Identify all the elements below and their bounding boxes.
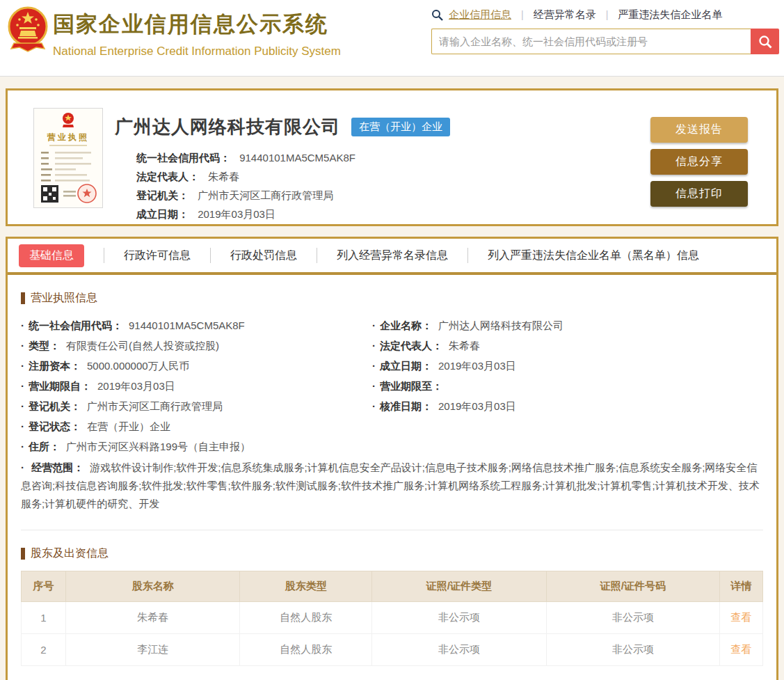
kv-establish-date: 成立日期：2019年03月03日 <box>372 356 763 376</box>
cell-cert-type: 非公示项 <box>372 602 547 634</box>
search-input[interactable] <box>431 29 751 54</box>
view-detail-link[interactable]: 查看 <box>731 611 752 623</box>
search-icon <box>431 9 443 21</box>
company-name: 广州达人网络科技有限公司 <box>115 115 340 139</box>
cell-cert-type: 非公示项 <box>372 634 547 666</box>
column-header-cert-number: 证照/证件号码 <box>546 571 719 602</box>
card-field-registry: 登记机关： 广州市天河区工商行政管理局 <box>136 186 450 205</box>
cell-cert-number: 非公示项 <box>546 634 719 666</box>
tab-separator <box>210 248 211 263</box>
nav-link-serious-violations[interactable]: 严重违法失信企业名单 <box>618 8 722 22</box>
search-bar <box>431 29 779 54</box>
field-label: 成立日期： <box>136 208 189 220</box>
nav-separator: | <box>521 9 524 20</box>
section-title: 股东及出资信息 <box>31 546 109 561</box>
kv-credit-code: 统一社会信用代码：91440101MA5CM5AK8F <box>21 315 372 335</box>
table-header-row: 序号 股东名称 股东类型 证照/证件类型 证照/证件号码 详情 <box>22 571 763 602</box>
field-value: 2019年03月03日 <box>198 208 275 220</box>
kv-registration-status: 登记状态：在营（开业）企业 <box>21 416 372 436</box>
kv-company-type: 类型：有限责任公司(自然人投资或控股) <box>21 335 372 356</box>
field-label: 统一社会信用代码： <box>136 152 230 164</box>
view-detail-link[interactable]: 查看 <box>731 643 752 655</box>
tab-administrative-penalty[interactable]: 行政处罚信息 <box>230 248 297 263</box>
shareholders-table: 序号 股东名称 股东类型 证照/证件类型 证照/证件号码 详情 1 朱希春 自然… <box>21 571 763 666</box>
national-emblem-logo <box>6 6 50 56</box>
tab-serious-violations-blacklist[interactable]: 列入严重违法失信企业名单（黑名单）信息 <box>488 248 699 263</box>
kv-term-from: 营业期限自：2019年03月03日 <box>21 376 372 396</box>
section-title: 营业执照信息 <box>31 291 97 306</box>
business-license-image[interactable]: 营业执照 <box>33 108 103 208</box>
info-print-button[interactable]: 信息打印 <box>650 181 748 207</box>
field-value: 朱希春 <box>208 171 239 182</box>
cell-shareholder-name: 朱希春 <box>65 602 240 634</box>
tab-separator <box>104 248 104 263</box>
card-field-credit-code: 统一社会信用代码： 91440101MA5CM5AK8F <box>136 148 450 167</box>
nav-separator: | <box>606 9 609 20</box>
send-report-button[interactable]: 发送报告 <box>650 117 748 143</box>
section-heading-shareholders: 股东及出资信息 <box>21 546 763 561</box>
kv-address: 住所：广州市天河区兴科路199号（自主申报） <box>21 436 372 457</box>
column-header-detail: 详情 <box>720 571 763 602</box>
header-right: 企业信用信息 | 经营异常名录 | 严重违法失信企业名单 <box>431 7 779 54</box>
section-heading-license-info: 营业执照信息 <box>21 291 763 306</box>
table-row: 1 朱希春 自然人股东 非公示项 非公示项 查看 <box>22 602 763 634</box>
column-header-cert-type: 证照/证件类型 <box>372 571 547 602</box>
site-header: 国家企业信用信息公示系统 National Enterprise Credit … <box>0 0 784 77</box>
license-info-grid: 统一社会信用代码：91440101MA5CM5AK8F 类型：有限责任公司(自然… <box>21 315 763 457</box>
tab-administrative-license[interactable]: 行政许可信息 <box>124 248 191 263</box>
section-marker <box>21 292 25 304</box>
kv-registry-authority: 登记机关：广州市天河区工商行政管理局 <box>21 396 372 416</box>
field-value: 91440101MA5CM5AK8F <box>239 152 355 164</box>
tab-abnormal-operations-list[interactable]: 列入经营异常名录信息 <box>337 248 448 263</box>
status-badge: 在营（开业）企业 <box>351 118 450 136</box>
kv-registered-capital: 注册资本：5000.000000万人民币 <box>21 356 372 376</box>
kv-legal-rep: 法定代表人：朱希春 <box>372 335 763 356</box>
company-card: 营业执照 广州达人网络科技有限公 <box>6 88 778 226</box>
cell-no: 1 <box>22 602 66 634</box>
cell-cert-number: 非公示项 <box>546 602 719 634</box>
license-info-left-column: 统一社会信用代码：91440101MA5CM5AK8F 类型：有限责任公司(自然… <box>21 315 372 457</box>
page-body: 营业执照 广州达人网络科技有限公 <box>0 77 784 680</box>
section-divider <box>21 530 763 530</box>
column-header-no: 序号 <box>22 571 66 602</box>
column-header-shareholder-type: 股东类型 <box>240 571 372 602</box>
field-value: 广州市天河区工商行政管理局 <box>198 189 333 201</box>
tab-separator <box>317 248 317 263</box>
kv-approval-date: 核准日期：2019年03月03日 <box>372 396 763 416</box>
tab-content: 营业执照信息 统一社会信用代码：91440101MA5CM5AK8F 类型：有限… <box>8 291 776 666</box>
license-info-right-column: 企业名称：广州达人网络科技有限公司 法定代表人：朱希春 成立日期：2019年03… <box>372 315 763 457</box>
cell-shareholder-type: 自然人股东 <box>240 602 372 634</box>
cell-shareholder-type: 自然人股东 <box>240 634 372 666</box>
field-label: 登记机关： <box>136 189 189 201</box>
search-button[interactable] <box>751 29 779 54</box>
tab-strip: 基础信息 行政许可信息 行政处罚信息 列入经营异常名录信息 列入严重违法失信企业… <box>8 239 776 275</box>
nav-link-abnormal-operations[interactable]: 经营异常名录 <box>534 8 596 22</box>
top-nav: 企业信用信息 | 经营异常名录 | 严重违法失信企业名单 <box>431 7 779 22</box>
tab-basic-info[interactable]: 基础信息 <box>19 244 84 267</box>
section-marker <box>21 548 25 560</box>
site-subtitle: National Enterprise Credit Information P… <box>53 45 341 58</box>
main-content-box: 基础信息 行政许可信息 行政处罚信息 列入经营异常名录信息 列入严重违法失信企业… <box>6 237 778 680</box>
cell-shareholder-name: 李江连 <box>65 634 240 666</box>
site-title-block: 国家企业信用信息公示系统 National Enterprise Credit … <box>53 10 341 58</box>
field-label: 法定代表人： <box>136 171 199 182</box>
table-row: 2 李江连 自然人股东 非公示项 非公示项 查看 <box>22 634 763 666</box>
info-share-button[interactable]: 信息分享 <box>650 149 748 175</box>
svg-text:营业执照: 营业执照 <box>47 132 89 142</box>
column-header-shareholder-name: 股东名称 <box>65 571 240 602</box>
card-field-legal-rep: 法定代表人： 朱希春 <box>136 167 450 186</box>
nav-link-enterprise-credit[interactable]: 企业信用信息 <box>449 8 511 22</box>
card-buttons: 发送报告 信息分享 信息打印 <box>650 117 748 213</box>
kv-company-name: 企业名称：广州达人网络科技有限公司 <box>372 315 763 335</box>
cell-no: 2 <box>22 634 66 666</box>
company-info: 广州达人网络科技有限公司 在营（开业）企业 统一社会信用代码： 91440101… <box>115 115 450 223</box>
card-field-establish-date: 成立日期： 2019年03月03日 <box>136 205 450 223</box>
kv-business-scope: 经营范围：游戏软件设计制作;软件开发;信息系统集成服务;计算机信息安全产品设计;… <box>21 459 763 513</box>
site-title: 国家企业信用信息公示系统 <box>53 10 341 39</box>
kv-term-to: 营业期限至： <box>372 376 763 396</box>
tab-separator <box>467 248 468 263</box>
